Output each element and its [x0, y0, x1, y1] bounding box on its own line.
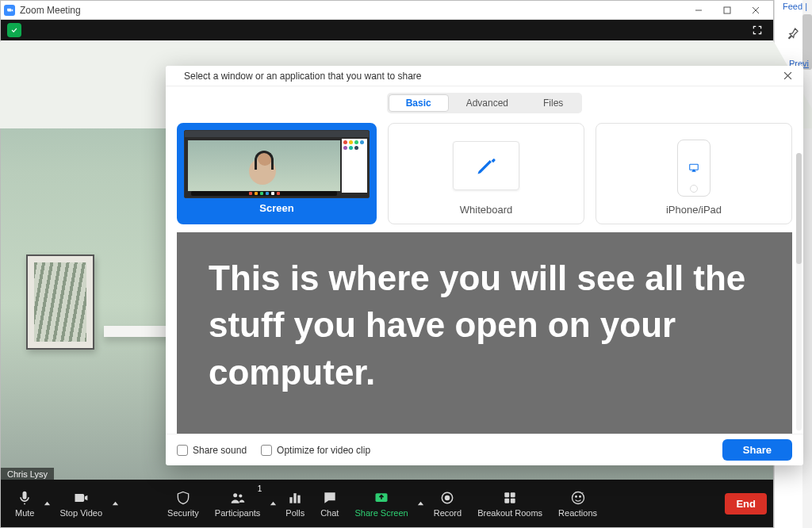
checkbox-icon: [261, 445, 272, 456]
bar-chart-icon: [287, 489, 303, 507]
svg-marker-26: [691, 169, 696, 172]
bg-feed-link[interactable]: Feed |: [783, 2, 807, 11]
chat-button[interactable]: Chat: [312, 480, 347, 527]
encryption-shield-icon[interactable]: [7, 23, 21, 37]
svg-marker-5: [112, 501, 117, 505]
zoom-window: Zoom Meeting Chris Lysy Mute Stop Video …: [0, 0, 774, 528]
chat-bubble-icon: [322, 489, 338, 507]
grid-icon: [502, 489, 518, 507]
svg-rect-18: [504, 499, 509, 503]
window-close-button[interactable]: [741, 1, 770, 19]
svg-marker-4: [44, 501, 50, 505]
share-option-label: iPhone/iPad: [666, 204, 722, 216]
room-picture-frame: [26, 254, 94, 350]
meeting-controls-bar: Mute Stop Video Security 1 Participants …: [1, 480, 773, 527]
dialog-close-button[interactable]: [778, 67, 797, 86]
dialog-tabs: Basic Advanced Files: [166, 86, 803, 118]
participants-options-chevron[interactable]: [268, 480, 278, 527]
share-option-whiteboard[interactable]: Whiteboard: [388, 123, 584, 224]
polls-button[interactable]: Polls: [278, 480, 312, 527]
svg-point-22: [579, 496, 580, 498]
share-option-label: Screen: [259, 202, 293, 214]
svg-rect-19: [511, 499, 515, 503]
svg-point-6: [233, 493, 237, 497]
video-camera-icon: [73, 489, 89, 507]
participants-button[interactable]: 1 Participants: [207, 480, 268, 527]
tutorial-overlay-text: This is where you will see all the stuff…: [177, 232, 792, 434]
meeting-info-bar: [1, 20, 773, 40]
window-title: Zoom Meeting: [20, 5, 81, 16]
share-option-label: Whiteboard: [460, 204, 512, 216]
share-screen-button[interactable]: Share Screen: [347, 480, 416, 527]
svg-point-7: [239, 494, 242, 497]
participants-count-badge: 1: [258, 484, 262, 493]
tab-basic[interactable]: Basic: [389, 94, 449, 112]
svg-marker-13: [418, 501, 423, 505]
tab-advanced[interactable]: Advanced: [449, 94, 526, 112]
share-option-screen[interactable]: Screen: [177, 123, 377, 224]
window-maximize-button[interactable]: [713, 1, 741, 19]
mute-button[interactable]: Mute: [7, 480, 42, 527]
video-options-chevron[interactable]: [110, 480, 120, 527]
share-screen-icon: [373, 489, 389, 507]
svg-rect-1: [724, 7, 730, 13]
share-screen-dialog: Select a window or an application that y…: [166, 66, 803, 465]
svg-rect-10: [294, 493, 297, 503]
share-options-row: Screen Whiteboard iPhone/iPad: [166, 118, 803, 232]
svg-marker-8: [270, 501, 276, 505]
share-option-iphone[interactable]: iPhone/iPad: [596, 123, 792, 224]
checkbox-icon: [177, 445, 188, 456]
record-button[interactable]: Record: [426, 480, 469, 527]
dialog-title: Select a window or an application that y…: [184, 71, 422, 82]
tab-files[interactable]: Files: [526, 94, 580, 112]
iphone-thumbnail: [677, 140, 710, 197]
stop-video-button[interactable]: Stop Video: [52, 480, 110, 527]
shield-icon: [175, 489, 191, 507]
breakout-rooms-button[interactable]: Breakout Rooms: [469, 480, 550, 527]
svg-point-15: [446, 496, 450, 500]
optimize-video-checkbox[interactable]: Optimize for video clip: [261, 445, 370, 456]
svg-rect-9: [290, 497, 293, 503]
dialog-scrollbar[interactable]: [796, 153, 802, 430]
window-minimize-button[interactable]: [684, 1, 713, 19]
whiteboard-thumbnail: [453, 141, 519, 190]
security-button[interactable]: Security: [159, 480, 207, 527]
svg-point-21: [575, 496, 576, 498]
svg-point-20: [572, 492, 584, 504]
microphone-icon: [17, 489, 33, 507]
svg-rect-11: [298, 495, 301, 503]
people-icon: [230, 489, 246, 507]
share-sound-checkbox[interactable]: Share sound: [177, 445, 247, 456]
svg-rect-17: [511, 492, 515, 497]
mute-options-chevron[interactable]: [42, 480, 52, 527]
record-icon: [439, 489, 455, 507]
pin-icon: [787, 27, 799, 40]
fullscreen-icon[interactable]: [748, 21, 767, 40]
participant-name-label: Chris Lysy: [1, 468, 54, 480]
background-scrollbar[interactable]: [802, 0, 812, 528]
smiley-icon: [570, 489, 586, 507]
dialog-titlebar: Select a window or an application that y…: [166, 66, 803, 86]
zoom-logo-icon: [172, 71, 179, 82]
window-titlebar: Zoom Meeting: [1, 1, 773, 20]
reactions-button[interactable]: Reactions: [550, 480, 605, 527]
dialog-footer: Share sound Optimize for video clip Shar…: [166, 434, 803, 465]
zoom-logo-icon: [4, 5, 15, 16]
airplay-icon: [687, 163, 701, 174]
screen-thumbnail: [184, 130, 370, 198]
svg-rect-16: [504, 492, 509, 497]
end-meeting-button[interactable]: End: [725, 493, 767, 515]
pencil-icon: [475, 155, 497, 177]
share-options-chevron[interactable]: [416, 480, 426, 527]
share-confirm-button[interactable]: Share: [722, 439, 792, 461]
